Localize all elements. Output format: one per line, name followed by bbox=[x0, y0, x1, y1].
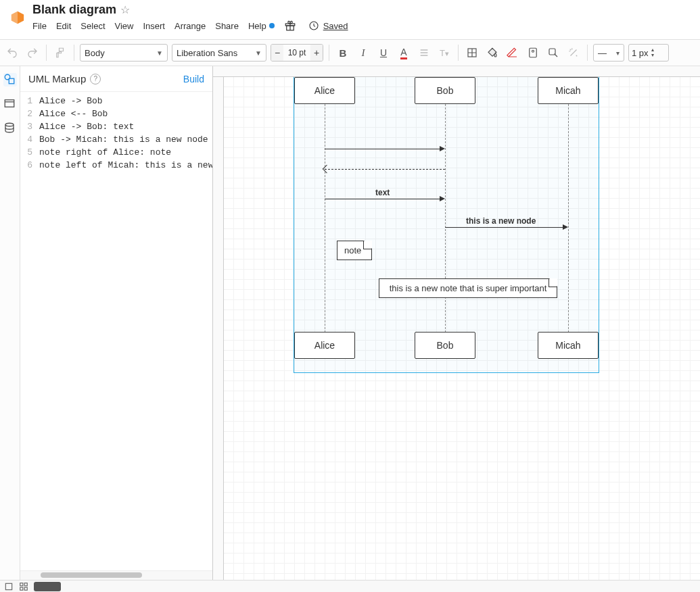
shapes-panel-icon[interactable] bbox=[3, 73, 17, 87]
message-label-4[interactable]: this is a new node bbox=[466, 216, 536, 226]
notification-dot-icon bbox=[269, 23, 275, 28]
actor-alice-bottom[interactable]: Alice bbox=[294, 332, 355, 359]
message-arrow-4[interactable] bbox=[445, 227, 563, 228]
line-style-select[interactable]: —▾ bbox=[593, 44, 624, 61]
status-icon-2[interactable] bbox=[19, 582, 28, 591]
menu-help[interactable]: Help bbox=[248, 21, 275, 31]
svg-rect-14 bbox=[20, 587, 23, 590]
edit-shape-icon[interactable] bbox=[545, 45, 561, 61]
font-size-increase[interactable]: + bbox=[310, 45, 323, 61]
code-line: 5note right of Alice: note bbox=[20, 146, 212, 159]
help-icon[interactable]: ? bbox=[90, 74, 101, 84]
status-bar bbox=[0, 580, 700, 592]
actor-micah-bottom[interactable]: Micah bbox=[538, 332, 599, 359]
align-icon[interactable] bbox=[416, 45, 432, 61]
header: Blank diagram ☆ File Edit Select View In… bbox=[0, 0, 700, 39]
svg-point-10 bbox=[5, 123, 14, 126]
svg-rect-9 bbox=[5, 100, 14, 107]
panel-title: UML Markup bbox=[28, 73, 86, 84]
code-line: 4Bob -> Micah: this is a new node bbox=[20, 133, 212, 146]
actor-bob-top[interactable]: Bob bbox=[415, 77, 475, 104]
font-family-select[interactable]: Liberation Sans▼ bbox=[172, 44, 266, 61]
font-size-decrease[interactable]: − bbox=[271, 45, 283, 61]
shape-fill-icon[interactable] bbox=[464, 45, 480, 61]
code-line: 2Alice <-- Bob bbox=[20, 107, 212, 120]
font-size-value[interactable]: 10 pt bbox=[283, 48, 310, 57]
line-width-stepper[interactable]: 1 px ▴▾ bbox=[628, 44, 669, 61]
svg-rect-8 bbox=[9, 78, 14, 84]
uml-markup-panel: UML Markup ? Build 1Alice -> Bob 2Alice … bbox=[20, 66, 213, 580]
panel-h-scrollbar[interactable] bbox=[20, 570, 212, 580]
code-line: 1Alice -> Bob bbox=[20, 95, 212, 107]
svg-rect-11 bbox=[5, 583, 11, 589]
menu-edit[interactable]: Edit bbox=[56, 21, 71, 31]
message-arrow-3[interactable] bbox=[325, 199, 440, 199]
message-arrow-1[interactable] bbox=[325, 149, 440, 149]
container-icon[interactable] bbox=[3, 97, 17, 111]
svg-rect-4 bbox=[530, 48, 537, 57]
border-color-icon[interactable] bbox=[505, 45, 521, 61]
format-painter-icon[interactable] bbox=[52, 45, 68, 61]
menu-insert[interactable]: Insert bbox=[143, 21, 165, 31]
text-color-icon[interactable]: A bbox=[396, 45, 412, 61]
italic-icon[interactable]: I bbox=[355, 45, 371, 61]
shape-options-icon[interactable] bbox=[525, 45, 541, 61]
message-label-3[interactable]: text bbox=[375, 188, 390, 197]
block-style-select[interactable]: Body▼ bbox=[80, 44, 168, 61]
menu-share[interactable]: Share bbox=[215, 21, 239, 31]
lifeline-micah[interactable] bbox=[568, 104, 569, 332]
menu-arrange[interactable]: Arrange bbox=[174, 21, 206, 31]
font-size-stepper[interactable]: − 10 pt + bbox=[271, 44, 323, 61]
menu-file[interactable]: File bbox=[32, 21, 47, 31]
note-alice[interactable]: note bbox=[337, 241, 372, 260]
svg-point-5 bbox=[532, 50, 534, 52]
code-line: 3Alice -> Bob: text bbox=[20, 120, 212, 133]
saved-label: Saved bbox=[323, 21, 348, 31]
svg-rect-12 bbox=[20, 583, 23, 585]
lifeline-alice[interactable] bbox=[325, 104, 325, 332]
gift-icon[interactable] bbox=[284, 20, 296, 32]
arrow-head-icon bbox=[440, 196, 445, 201]
code-line: 6note left of Micah: this is a new n bbox=[20, 159, 212, 172]
actor-micah-top[interactable]: Micah bbox=[538, 77, 599, 104]
underline-icon[interactable]: U bbox=[375, 45, 392, 61]
bold-icon[interactable]: B bbox=[335, 45, 351, 61]
arrow-head-icon bbox=[563, 224, 568, 230]
selection-rect[interactable] bbox=[294, 66, 599, 373]
ruler-horizontal[interactable] bbox=[213, 66, 700, 77]
data-icon[interactable] bbox=[3, 122, 17, 135]
arrow-head-icon bbox=[440, 146, 445, 151]
code-editor[interactable]: 1Alice -> Bob 2Alice <-- Bob 3Alice -> B… bbox=[20, 92, 212, 570]
line-width-down[interactable]: ▾ bbox=[651, 53, 654, 58]
build-button[interactable]: Build bbox=[183, 74, 204, 84]
svg-rect-13 bbox=[24, 583, 27, 585]
left-tool-rail bbox=[0, 66, 20, 580]
actor-alice-top[interactable]: Alice bbox=[294, 77, 355, 104]
actor-bob-bottom[interactable]: Bob bbox=[415, 332, 475, 359]
menu-select[interactable]: Select bbox=[80, 21, 105, 31]
magic-icon[interactable] bbox=[565, 45, 582, 61]
status-pill[interactable] bbox=[34, 582, 61, 591]
lifeline-bob[interactable] bbox=[445, 104, 446, 332]
toolbar: Body▼ Liberation Sans▼ − 10 pt + B I U A… bbox=[0, 39, 700, 66]
canvas[interactable]: Alice Bob Micah text this is a new node … bbox=[213, 66, 700, 580]
fill-bucket-icon[interactable] bbox=[484, 45, 500, 61]
favorite-star-icon[interactable]: ☆ bbox=[120, 3, 130, 16]
svg-rect-15 bbox=[24, 587, 27, 590]
menu-bar: File Edit Select View Insert Arrange Sha… bbox=[32, 20, 352, 32]
redo-icon[interactable] bbox=[24, 45, 41, 61]
text-options-icon[interactable]: T▾ bbox=[436, 45, 452, 61]
status-icon-1[interactable] bbox=[4, 582, 14, 591]
menu-view[interactable]: View bbox=[115, 21, 134, 31]
app-logo-icon[interactable] bbox=[8, 8, 27, 27]
ruler-vertical[interactable] bbox=[213, 66, 224, 580]
saved-status[interactable]: Saved bbox=[308, 20, 348, 31]
undo-icon[interactable] bbox=[4, 45, 20, 61]
note-micah[interactable]: this is a new note that is super importa… bbox=[379, 278, 557, 298]
document-title[interactable]: Blank diagram bbox=[32, 3, 116, 17]
message-arrow-2[interactable] bbox=[325, 169, 445, 170]
